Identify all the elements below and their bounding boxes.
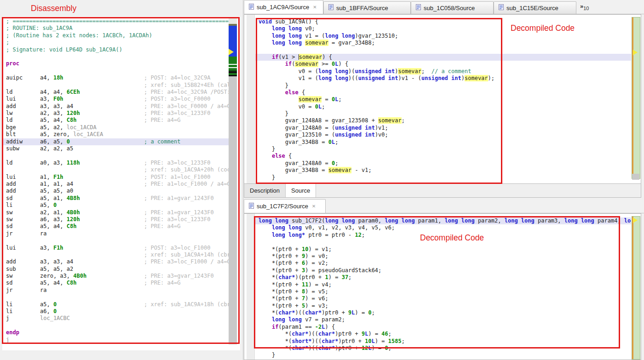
source-file-icon [416,4,421,11]
code-line: lia6, 0 [2,308,229,315]
code-line: ; xref: sub_1AC9A+14h (cbr [2,251,229,258]
code-line: *(short*)((char*)ptr0 + 10L) = 1585; [255,338,631,345]
tab-description[interactable]: Description [244,184,286,197]
code-line: lda5, a4, C8h; PRE: a4=G [2,117,229,124]
overview-ruler[interactable] [632,17,640,179]
app-window: Disassembly ; ==========================… [0,0,644,360]
code-line: swzero, a3, 4B0h; PRE: a3=gvar_1243F0 [2,273,229,280]
code-line: gvar_1248A0 = (unsigned int)v1; [255,125,631,131]
code-line [2,294,229,301]
minimap-segment [229,57,237,64]
code-line: jrra [2,287,229,294]
code-line: else { [255,153,631,160]
code-line: ; [2,39,229,46]
code-line: } [255,352,631,359]
tab-label: sub_1C058/Source [424,5,475,11]
tab-sub-1c15e-source[interactable]: sub_1C15E/Source [494,1,576,14]
code-line: lda0, a3, 118h; PRE: a3=loc_1233F0 [2,160,229,166]
scrollbar-corner [632,174,639,180]
minimap-segment [229,75,237,76]
close-icon[interactable]: ✕ [313,5,316,10]
code-line: gvar_1248A8 = gvar_123508 + somevar; [255,117,631,124]
code-line: } [255,110,631,117]
editor-page-tabs: Description Source [244,184,641,198]
code-line: luia3, F0h; POST: a3=loc_F0000 [2,96,229,103]
code-line: sda5, a1, 4B8h; PRE: a1=gvar_1243F0 [2,195,229,202]
editor-gutter [247,214,255,360]
code-line: addiwa6, a5, 0; a comment [2,138,229,145]
code-line: long long v0, v1, v2, v3, v4, v5, v6; [255,224,631,231]
code-line: swa6, a3, 120h; PRE: a3=loc_1233F0 [2,216,229,223]
code-line [2,53,229,60]
tab-label: sub_1C15E/Source [506,5,558,11]
code-line: *(ptr0 + 6) = v2; [255,260,631,267]
tab-sub-1c7f2-source[interactable]: sub_1C7F2/Source ✕ [244,199,326,213]
code-line: adda3, a3, a4; PRE: a3=loc_F0000 / a4=G [2,103,229,110]
minimap-position-marker-icon [229,49,234,55]
overview-ruler[interactable] [632,216,640,360]
tab-overflow-indicator[interactable]: »10 [580,2,589,10]
code-line: proc [2,60,229,67]
code-line [255,47,631,54]
code-line: else { [255,89,631,96]
editor-tabbar-bottom: sub_1C7F2/Source ✕ [244,200,644,213]
code-line: *(char*)((char*)ptr0 + 12L) = 0; [255,345,631,352]
disassembly-code[interactable]: ; ======================================… [2,18,229,348]
code-line: *(char*)(ptr0 + 1) = 37; [255,274,631,281]
source-file-icon [249,4,254,11]
code-line: lia5, 0; xref: sub_1AC9A+18h (cbr [2,301,229,308]
disassembly-minimap[interactable] [229,18,237,344]
code-line: *(ptr0 + 10) = v1; [255,246,631,253]
code-line: v0 = 0L; [255,103,631,110]
code-line: *(char*)((char*)ptr0 + 9L) = 46; [255,331,631,337]
code-line: j [2,337,229,343]
code-line: gvar_334B8 = 0L; [255,139,631,146]
decompiled-code-annotation-label: Decompiled Code [420,233,484,243]
code-line [2,322,229,329]
code-line: long long sub_1C7F2(long long param0, lo… [255,217,631,224]
code-line: ; (Routine has 2 exit nodes: 1ACBCh, 1AC… [2,32,229,39]
code-line: long long v0; [255,25,631,32]
code-line: bgea5, a2, loc_1ACDA [2,124,229,131]
code-line: jloc_1ACBC [2,315,229,322]
code-line [2,237,229,244]
code-line: swa2, a1, 4B0h; PRE: a1=gvar_1243F0 [2,209,229,216]
code-line: } [255,146,631,153]
tab-sub-1c058-source[interactable]: sub_1C058/Source [411,1,494,14]
code-line: ; xref: sub_15B82+4Eh (cal [2,82,229,89]
code-line: sda5, a4, C8h; PRE: a4=G [2,280,229,286]
disassembly-panel: ; ======================================… [2,17,240,350]
tab-source[interactable]: Source [286,184,316,197]
code-line: suba5, a5, a2 [2,266,229,273]
panel-divider[interactable] [243,0,243,360]
code-line: gvar_334B8 = somevar - v1; [255,167,631,174]
code-line: *(ptr0 + 11) = v4; [255,281,631,288]
tab-label: sub_1BFFA/Source [336,5,388,11]
source-file-icon [249,203,254,210]
code-line: luia1, F1h; POST: a1=loc_F1000 [2,174,229,181]
decompiler-editor-top: void sub_1AC9A() { long long v0; long lo… [244,14,641,184]
ruler-change-stripe [632,217,633,359]
code-line: ; ======================================… [2,18,229,25]
close-icon[interactable]: ✕ [312,204,316,209]
code-line: endp [2,329,229,336]
tab-label: sub_1C7F2/Source [257,203,308,210]
decompiled-code-top[interactable]: void sub_1AC9A() { long long v0; long lo… [255,15,631,183]
code-line [2,152,229,159]
ruler-position-marker-icon [633,217,638,223]
tab-label: sub_1AC9A/Source [257,4,309,11]
hidden-tab-count: 10 [583,6,589,11]
code-line: lwa2, a3, 120h; PRE: a3=loc_1233F0 [2,110,229,117]
code-line: *(ptr0 + 3) = pseudoGuardStack64; [255,267,631,274]
code-line: luia3, F1h; POST: a3=loc_F1000 [2,245,229,251]
code-line: somevar = 0L; [255,96,631,103]
code-line: v0 = (long long)(unsigned int)somevar; /… [255,68,631,75]
tab-sub-1bffa-source[interactable]: sub_1BFFA/Source [323,1,411,14]
tab-sub-1ac9a-source[interactable]: sub_1AC9A/Source ✕ [244,0,323,14]
code-line: } [255,82,631,89]
editor-gutter [247,15,255,183]
code-line: *(char*)((char*)ptr0 + 9L) = 0; [255,309,631,316]
editor-tabbar: sub_1AC9A/Source ✕ sub_1BFFA/Source sub_… [244,0,644,14]
code-line: jrra [2,230,229,237]
disassembly-annotation-label: Disassembly [31,4,76,13]
